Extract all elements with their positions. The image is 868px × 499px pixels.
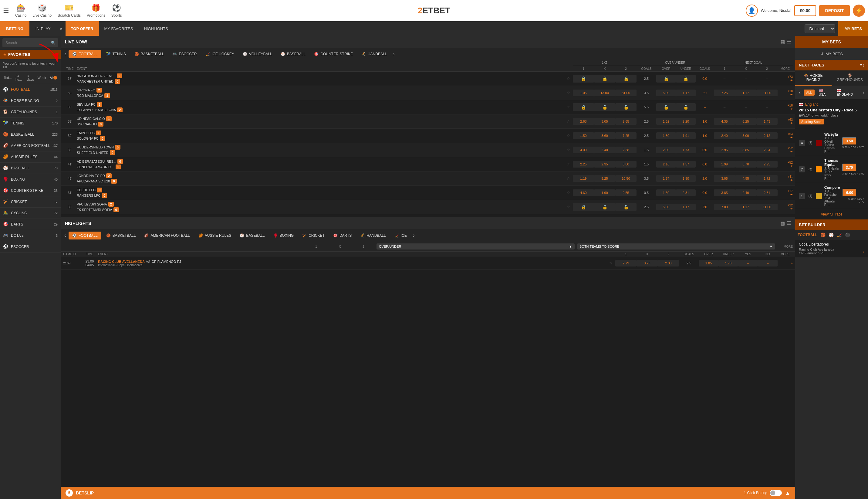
filter-24h[interactable]: 24 ho... [14,73,25,82]
ng1-9[interactable]: 7.00 [714,204,735,210]
deposit-button[interactable]: DEPOSIT [819,5,850,16]
fav-1[interactable]: ☆ [564,91,573,95]
tab-inplay[interactable]: IN-PLAY [29,21,57,36]
odds1-1[interactable]: 1.05 [573,89,594,96]
tab-top-offer[interactable]: TOP OFFER [65,21,99,36]
tab-football[interactable]: ⚽ FOOTBALL [69,50,101,58]
ng1-5[interactable]: 2.95 [714,147,735,153]
filter-usa[interactable]: 🇺🇸 USA [816,87,833,97]
odds2-3[interactable]: 2.65 [615,118,636,125]
sidebar-item-american-football[interactable]: 🏈 AMERICAN FOOTBALL 137 [0,140,61,151]
runner-odds-btn-2[interactable]: 3.70 [842,163,856,171]
more-4[interactable]: +63👁 [778,132,793,139]
grid-icon[interactable]: ▦ [780,39,785,45]
highlights-tab-ice[interactable]: 🏒 ICE [391,232,410,240]
sidebar-item-aussie-rules[interactable]: 🏉 AUSSIE RULES 44 [0,151,61,163]
highlights-tab-darts[interactable]: 🎯 DARTS [330,232,355,240]
under-5[interactable]: 1.73 [676,147,696,153]
odds2-4[interactable]: 7.25 [615,132,636,139]
under-3[interactable]: 2.20 [676,118,696,125]
ng1-1[interactable]: 7.25 [714,89,735,96]
h-fav-icon[interactable]: ☆ [606,261,615,265]
balance-button[interactable]: £0.00 [794,5,816,16]
ng1-8[interactable]: 3.85 [714,190,735,196]
ngx-5[interactable]: 3.85 [735,147,756,153]
bb-baseball-icon[interactable]: ⚾ [829,232,834,238]
ng1-6[interactable]: 1.99 [714,161,735,168]
over-3[interactable]: 1.62 [656,118,676,125]
oddsx-6[interactable]: 2.35 [594,161,615,168]
ngx-4[interactable]: 5.00 [735,132,756,139]
h-under[interactable]: 1.78 [718,260,738,267]
user-avatar[interactable]: 👤 [746,4,758,17]
fav-4[interactable]: ☆ [564,134,573,138]
more-1[interactable]: +18👁 [778,89,793,96]
tab-baseball[interactable]: ⚾ BASEBALL [277,50,309,58]
odds1-8[interactable]: 4.60 [573,190,594,196]
h-over[interactable]: 1.85 [699,260,718,267]
sidebar-item-basketball[interactable]: 🏀 BASKETBALL 223 [0,129,61,140]
odds1-5[interactable]: 4.00 [573,147,594,153]
sidebar-item-horse-racing[interactable]: 🏇 HORSE RACING 2 [0,95,61,107]
sidebar-item-dota2[interactable]: 🎮 DOTA 2 3 [0,230,61,241]
my-bets-button[interactable]: ↺ MY BETS [795,48,868,60]
oddsx-5[interactable]: 2.40 [594,147,615,153]
under-6[interactable]: 1.57 [676,161,696,168]
ng2-9[interactable]: 11.00 [756,204,778,210]
under-7[interactable]: 1.90 [676,175,696,182]
filter-today[interactable]: Tod... [2,75,13,80]
highlights-tab-boxing[interactable]: 🥊 BOXING [270,232,298,240]
scroll-right-button[interactable]: › [392,49,396,58]
sidebar-item-tennis[interactable]: 🎾 TENNIS 170 [0,118,61,129]
fav-6[interactable]: ☆ [564,162,573,166]
more-0[interactable]: +73👁 [778,75,793,82]
ngx-1[interactable]: 1.17 [735,89,756,96]
over-5[interactable]: 2.00 [656,147,676,153]
under-4[interactable]: 1.91 [676,132,696,139]
ng2-5[interactable]: 2.04 [756,147,778,153]
more-7[interactable]: +41👁 [778,175,793,182]
odds2-8[interactable]: 2.55 [615,190,636,196]
ng1-4[interactable]: 2.40 [714,132,735,139]
ng2-3[interactable]: 1.43 [756,118,778,125]
tab-tennis[interactable]: 🎾 TENNIS [102,50,129,58]
collapse-betslip-button[interactable]: ▲ [785,490,790,496]
copa-match[interactable]: Racing Club Avellaneda CR Flamengo RJ › [799,248,864,255]
bb-basketball-icon[interactable]: 🏀 [820,232,826,238]
highlights-grid-icon[interactable]: ▦ [780,220,785,226]
more-8[interactable]: +17👁 [778,190,793,196]
tab-my-favorites[interactable]: MY FAVORITES [99,21,139,36]
tab-ice-hockey[interactable]: 🏒 ICE HOCKEY [202,50,238,58]
h-odds-2[interactable]: 2.33 [658,260,679,267]
over-1[interactable]: 5.00 [656,89,676,96]
runner-odds-btn-3[interactable]: 6.00 [843,189,857,197]
collapse-sidebar-button[interactable]: « [57,26,65,31]
highlights-tab-aussie-rules[interactable]: 🏉 AUSSIE RULES [195,232,235,240]
nav-scratch-cards[interactable]: 🎫 Scratch Cards [58,4,81,17]
more-3[interactable]: +63👁 [778,118,793,125]
h-odds-1[interactable]: 2.79 [615,260,636,267]
odds1-7[interactable]: 1.19 [573,175,594,182]
tab-counter-strike[interactable]: 🎯 COUNTER-STRIKE [310,50,357,58]
h-no[interactable]: – [758,260,778,267]
fav-0[interactable]: ☆ [564,76,573,81]
highlights-tab-football[interactable]: ⚽ FOOTBALL [69,232,101,240]
under-1[interactable]: 1.17 [676,89,696,96]
fav-2[interactable]: ☆ [564,105,573,109]
over-6[interactable]: 2.16 [656,161,676,168]
odds2-5[interactable]: 2.38 [615,147,636,153]
tab-basketball[interactable]: 🏀 BASKETBALL [131,50,168,58]
ngx-3[interactable]: 6.25 [735,118,756,125]
h-yes[interactable]: – [738,260,758,267]
fav-8[interactable]: ☆ [564,191,573,195]
filter-england[interactable]: 🏴󠁧󠁢󠁥󠁮󠁧󠁿 ENGLAND [834,87,859,97]
tab-volleyball[interactable]: 🏐 VOLLEYBALL [239,50,276,58]
h-odds-x[interactable]: 3.25 [636,260,658,267]
oddsx-8[interactable]: 1.90 [594,190,615,196]
decimal-select[interactable]: Decimal Fractional American [805,24,835,33]
ng2-1[interactable]: 11.00 [756,89,778,96]
odds2-1[interactable]: 81.00 [615,89,636,96]
sidebar-item-cycling[interactable]: 🚴 CYCLING 72 [0,208,61,219]
ngx-8[interactable]: 2.40 [735,190,756,196]
scroll-left-button[interactable]: ‹ [63,49,67,58]
